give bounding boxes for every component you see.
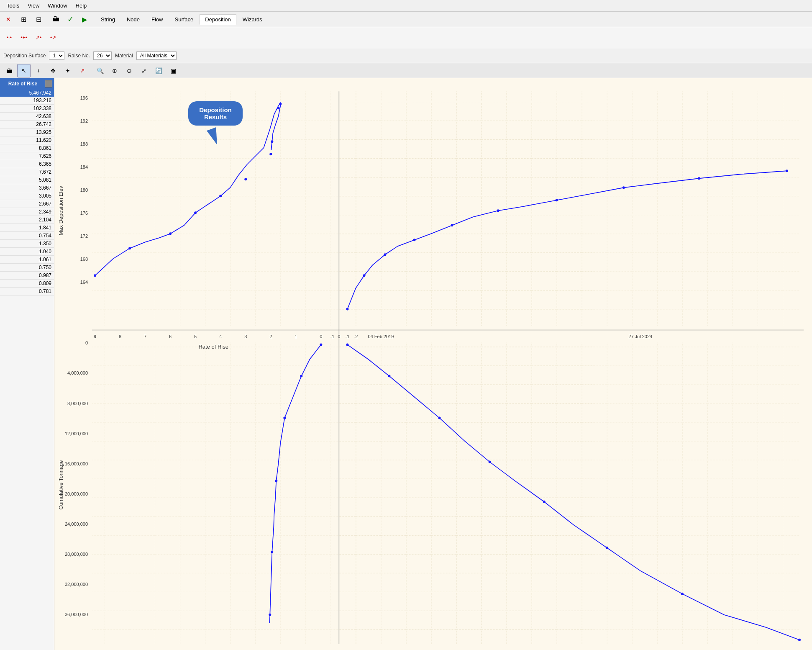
- sub-toolbar: •∙• •+• ↗• •↗: [0, 27, 812, 48]
- svg-point-73: [438, 417, 441, 419]
- color-swatch: [45, 80, 52, 87]
- tab-wizards[interactable]: Wizards: [237, 14, 268, 25]
- close-button[interactable]: ✕: [2, 13, 15, 26]
- svg-text:172: 172: [80, 234, 88, 239]
- svg-point-76: [606, 547, 608, 549]
- window-icon[interactable]: ▣: [166, 64, 180, 77]
- add-point-icon[interactable]: +: [32, 64, 45, 77]
- svg-text:-2: -2: [354, 334, 358, 339]
- sidebar-item[interactable]: 0.750: [0, 264, 54, 272]
- sidebar-item[interactable]: 7.626: [0, 152, 54, 160]
- svg-rect-3: [339, 91, 799, 326]
- raise-select[interactable]: 26: [93, 51, 112, 60]
- sidebar-item[interactable]: 1.350: [0, 240, 54, 248]
- sidebar-item[interactable]: 2.667: [0, 200, 54, 208]
- sidebar-item[interactable]: 1.061: [0, 256, 54, 264]
- svg-point-37: [279, 103, 282, 105]
- svg-text:7: 7: [144, 334, 146, 339]
- sidebar-header: Rate of Rise: [0, 78, 54, 89]
- cursor-icon[interactable]: ↖: [17, 64, 31, 77]
- sidebar-item[interactable]: 11.620: [0, 136, 54, 144]
- svg-point-71: [346, 343, 348, 346]
- node-dots-icon[interactable]: •∙•: [3, 31, 16, 44]
- mountain-icon[interactable]: 🏔: [49, 13, 63, 26]
- surface-select[interactable]: 1: [49, 51, 64, 60]
- chart-area[interactable]: Deposition Results 196: [54, 78, 812, 650]
- sidebar-item[interactable]: 26.742: [0, 121, 54, 128]
- sidebar-item[interactable]: 3.667: [0, 184, 54, 192]
- svg-text:36,000,000: 36,000,000: [65, 612, 88, 617]
- sidebar-item[interactable]: 0.987: [0, 272, 54, 280]
- svg-point-72: [388, 375, 390, 378]
- svg-text:24,000,000: 24,000,000: [65, 522, 88, 527]
- svg-point-68: [275, 480, 277, 482]
- mountain-small-icon[interactable]: 🏔: [3, 64, 16, 77]
- sidebar-item[interactable]: 6.365: [0, 160, 54, 168]
- menu-view[interactable]: View: [23, 2, 44, 10]
- svg-point-34: [244, 178, 247, 180]
- svg-point-66: [300, 375, 302, 378]
- search-icon[interactable]: 🔍: [93, 64, 107, 77]
- sidebar-title: Rate of Rise: [1, 81, 45, 87]
- menu-tools[interactable]: Tools: [3, 2, 23, 10]
- svg-text:4,000,000: 4,000,000: [67, 371, 88, 376]
- tab-string[interactable]: String: [95, 14, 120, 25]
- svg-text:8: 8: [119, 334, 121, 339]
- sidebar-item[interactable]: 0.809: [0, 280, 54, 288]
- svg-text:-1: -1: [345, 334, 349, 339]
- svg-text:6: 6: [169, 334, 172, 339]
- svg-point-67: [283, 417, 286, 419]
- grid-icon[interactable]: ⊞: [17, 13, 30, 26]
- checkmark-button[interactable]: ✓: [64, 13, 77, 26]
- svg-point-70: [269, 614, 271, 616]
- sidebar-item[interactable]: 5.081: [0, 176, 54, 184]
- svg-text:8,000,000: 8,000,000: [67, 401, 88, 406]
- svg-text:164: 164: [80, 280, 88, 285]
- sidebar-item[interactable]: 13.925: [0, 128, 54, 136]
- sidebar-item[interactable]: 0.781: [0, 288, 54, 295]
- fit-icon[interactable]: ⤢: [137, 64, 151, 77]
- sidebar-item[interactable]: 0.754: [0, 232, 54, 240]
- sidebar-item[interactable]: 1.841: [0, 224, 54, 232]
- svg-text:184: 184: [80, 164, 88, 170]
- node-line-icon[interactable]: ↗•: [32, 31, 45, 44]
- play-button[interactable]: ▶: [78, 13, 91, 26]
- tooltip-bubble: Deposition Results: [188, 101, 243, 126]
- svg-point-69: [271, 551, 273, 553]
- svg-text:176: 176: [80, 211, 88, 216]
- svg-point-50: [556, 199, 558, 201]
- grid2-icon[interactable]: ⊟: [32, 13, 45, 26]
- svg-point-44: [346, 308, 348, 310]
- sidebar-item[interactable]: 2.349: [0, 208, 54, 216]
- menu-help[interactable]: Help: [72, 2, 91, 10]
- sidebar-item[interactable]: 1.040: [0, 248, 54, 256]
- sidebar-item[interactable]: 102.338: [0, 105, 54, 113]
- sidebar-item[interactable]: 42.638: [0, 113, 54, 121]
- svg-text:180: 180: [80, 188, 88, 193]
- svg-point-47: [413, 239, 415, 241]
- sidebar-item[interactable]: 193.216: [0, 97, 54, 105]
- edit-icon[interactable]: ✦: [61, 64, 74, 77]
- menu-window[interactable]: Window: [44, 2, 71, 10]
- zoom-out-icon[interactable]: ⊖: [123, 64, 136, 77]
- arrow-icon[interactable]: ↗: [76, 64, 89, 77]
- sidebar-selected-value[interactable]: 5,467.942: [0, 89, 54, 97]
- tab-node[interactable]: Node: [121, 14, 145, 25]
- sidebar-item[interactable]: 8.861: [0, 144, 54, 152]
- sidebar-item[interactable]: 7.672: [0, 168, 54, 176]
- svg-text:12,000,000: 12,000,000: [65, 431, 88, 436]
- add-nodes-icon[interactable]: •+•: [17, 31, 31, 44]
- material-select[interactable]: All Materials: [136, 51, 177, 60]
- tab-surface[interactable]: Surface: [169, 14, 199, 25]
- tab-flow[interactable]: Flow: [146, 14, 168, 25]
- main-area: Rate of Rise 5,467.942 193.216 102.338 4…: [0, 78, 812, 650]
- node-arrow-icon[interactable]: •↗: [46, 31, 60, 44]
- svg-text:-1: -1: [330, 334, 334, 339]
- svg-text:04 Feb 2019: 04 Feb 2019: [368, 334, 394, 339]
- sidebar-item[interactable]: 3.005: [0, 192, 54, 200]
- move-icon[interactable]: ✥: [46, 64, 60, 77]
- sidebar-item[interactable]: 2.104: [0, 216, 54, 224]
- zoom-in-icon[interactable]: ⊕: [108, 64, 121, 77]
- pan-icon[interactable]: 🔄: [152, 64, 165, 77]
- tab-deposition[interactable]: Deposition: [200, 14, 236, 25]
